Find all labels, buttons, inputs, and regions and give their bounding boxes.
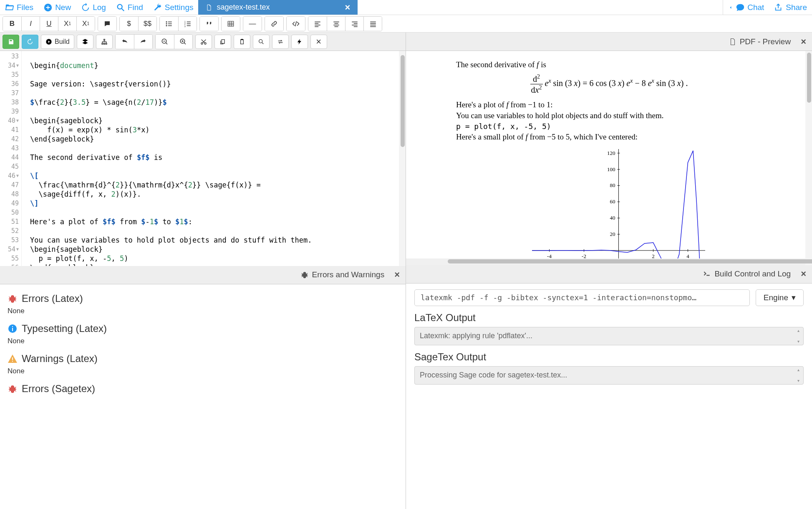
redo-icon (139, 38, 147, 46)
terminal-icon (703, 270, 711, 278)
tab-close-icon[interactable]: × (345, 2, 351, 13)
chat-link[interactable]: Chat (723, 0, 769, 15)
share-link[interactable]: Share (769, 0, 812, 15)
engine-dropdown[interactable]: Engine▾ (756, 289, 804, 306)
chat-icon (736, 3, 745, 12)
svg-point-3 (166, 23, 167, 24)
align-left-icon (314, 20, 321, 28)
latex-output-heading: LaTeX Output (414, 312, 804, 324)
bold-button[interactable]: B (3, 17, 21, 31)
code-button[interactable] (287, 17, 305, 31)
subscript-button[interactable]: X1 (58, 17, 76, 31)
latex-output-box[interactable]: Latexmk: applying rule 'pdflatex'...▴▾ (414, 327, 804, 345)
zoom-in-button[interactable] (174, 35, 192, 49)
latex-output-text: Latexmk: applying rule 'pdflatex'... (420, 332, 532, 340)
align-center-button[interactable] (327, 17, 345, 31)
code-area[interactable]: \begin{document}Sage version: \sagestr{v… (22, 51, 406, 266)
save-icon (8, 38, 14, 45)
wrench-icon (153, 3, 162, 12)
align-justify-button[interactable] (363, 17, 382, 31)
tree-button[interactable] (96, 35, 113, 49)
unordered-list-button[interactable] (160, 17, 178, 31)
layers-button[interactable] (77, 35, 93, 49)
build-button[interactable]: Build (41, 35, 74, 49)
undo-icon (121, 38, 129, 46)
share-label: Share (786, 3, 807, 12)
folder-open-icon (5, 3, 14, 12)
align-right-button[interactable] (345, 17, 363, 31)
bug-icon (300, 271, 309, 279)
new-link[interactable]: New (38, 0, 76, 15)
build-panel-close-icon[interactable]: × (801, 268, 806, 279)
preview-plot: -4-224-40-2020406080100120 (509, 145, 709, 265)
build-panel-header: Build Control and Log × (406, 265, 812, 284)
timetravel-button[interactable] (22, 35, 38, 49)
close-editor-button[interactable]: × (310, 35, 327, 49)
align-justify-icon (369, 20, 377, 28)
align-left-button[interactable] (308, 17, 327, 31)
preview-header: PDF - Preview × (406, 33, 812, 51)
files-link[interactable]: Files (0, 0, 38, 15)
pdf-preview[interactable]: The second derivative of f is d2dx2 ex s… (406, 51, 812, 265)
inline-math-button[interactable]: $ (120, 17, 138, 31)
copy-button[interactable] (214, 35, 231, 49)
cut-button[interactable] (195, 35, 212, 49)
preview-close-icon[interactable]: × (801, 36, 806, 47)
chat-label: Chat (747, 3, 764, 12)
search-icon (116, 3, 125, 12)
redo-button[interactable] (134, 35, 152, 49)
preview-text: You can use variables to hold plot objec… (456, 111, 762, 120)
build-command-input[interactable] (414, 289, 750, 306)
editor-action-toolbar: Build × (0, 33, 406, 51)
preview-vscrollbar[interactable] (805, 51, 812, 265)
play-circle-icon (45, 38, 52, 45)
caret-down-icon: ▾ (792, 293, 796, 302)
code-editor[interactable]: 3334▼353637383940▼414243444546▼474849505… (0, 51, 406, 266)
sagetex-output-text: Processing Sage code for sagetex-test.te… (420, 371, 567, 380)
preview-hscrollbar[interactable] (406, 258, 805, 265)
build-label: Build (55, 38, 70, 46)
find-link[interactable]: Find (111, 0, 148, 15)
sagetex-output-heading: SageTex Output (414, 351, 804, 363)
svg-text:40: 40 (610, 215, 615, 221)
display-math-button[interactable]: $$ (138, 17, 156, 31)
history-icon (27, 38, 33, 45)
plus-circle-icon (43, 3, 53, 12)
ordered-list-button[interactable]: 123 (178, 17, 197, 31)
hr-button[interactable]: — (243, 17, 262, 31)
zoom-out-button[interactable] (156, 35, 174, 49)
preview-text: Here's a plot of (456, 100, 507, 109)
editor-scrollbar[interactable] (399, 51, 406, 266)
paste-icon (239, 38, 245, 45)
errors-panel: Errors (Latex)NoneTypesetting (Latex)Non… (0, 284, 406, 509)
underline-button[interactable]: U (40, 17, 58, 31)
search-button[interactable] (253, 35, 270, 49)
save-button[interactable] (3, 35, 19, 49)
log-label: Log (93, 3, 106, 12)
sagetex-output-box[interactable]: Processing Sage code for sagetex-test.te… (414, 366, 804, 385)
link-button[interactable] (265, 17, 283, 31)
layers-icon (82, 38, 88, 45)
top-bar: Files New Log Find Settings sagetex-test… (0, 0, 812, 15)
caret-left-icon (728, 3, 733, 12)
settings-link[interactable]: Settings (148, 0, 199, 15)
paste-button[interactable] (234, 35, 250, 49)
table-button[interactable] (222, 17, 240, 31)
errors-panel-close-icon[interactable]: × (394, 269, 400, 280)
log-link[interactable]: Log (76, 0, 111, 15)
cut-icon (200, 38, 207, 45)
svg-point-4 (166, 25, 167, 26)
italic-button[interactable]: I (21, 17, 40, 31)
superscript-button[interactable]: X1 (76, 17, 95, 31)
comment-button[interactable] (98, 17, 116, 31)
table-icon (227, 20, 235, 28)
pdf-icon (729, 38, 736, 46)
find-label: Find (128, 3, 143, 12)
format-toolbar: B I U X1 X1 $ $$ 123 — (0, 15, 812, 33)
file-tab[interactable]: sagetex-test.tex × (198, 0, 358, 15)
quote-button[interactable] (200, 17, 218, 31)
sync-button[interactable] (272, 35, 289, 49)
bolt-button[interactable] (291, 35, 308, 49)
preview-text: from −1 to 1: (509, 100, 553, 109)
undo-button[interactable] (116, 35, 134, 49)
